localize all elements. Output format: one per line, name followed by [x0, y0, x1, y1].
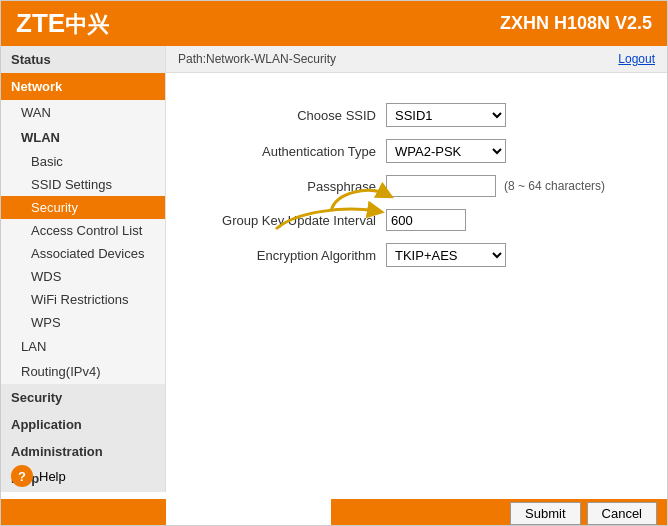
form-area: Choose SSID SSID1 SSID2 SSID3 SSID4 Auth…: [166, 73, 667, 526]
auth-type-select[interactable]: WPA2-PSK WPA-PSK WEP None: [386, 139, 506, 163]
sidebar-item-wan[interactable]: WAN: [1, 100, 165, 125]
sidebar-item-wifi-restrictions[interactable]: WiFi Restrictions: [1, 288, 165, 311]
sidebar-item-security-section[interactable]: Security: [1, 384, 165, 411]
sidebar-item-routing[interactable]: Routing(IPv4): [1, 359, 165, 384]
help-label: Help: [39, 469, 66, 484]
content: Path:Network-WLAN-Security Logout Choose…: [166, 46, 667, 526]
sidebar-item-security[interactable]: Security: [1, 196, 165, 219]
path-text: Path:Network-WLAN-Security: [178, 52, 336, 66]
sidebar-item-wlan[interactable]: WLAN: [1, 125, 165, 150]
logo: ZTE中兴: [16, 8, 109, 40]
choose-ssid-label: Choose SSID: [186, 108, 386, 123]
choose-ssid-row: Choose SSID SSID1 SSID2 SSID3 SSID4: [186, 103, 647, 127]
choose-ssid-select[interactable]: SSID1 SSID2 SSID3 SSID4: [386, 103, 506, 127]
bottom-bar: Submit Cancel: [331, 499, 667, 526]
encryption-label: Encryption Algorithm: [186, 248, 386, 263]
sidebar-item-application[interactable]: Application: [1, 411, 165, 438]
sidebar-item-ssid-settings[interactable]: SSID Settings: [1, 173, 165, 196]
sidebar-item-basic[interactable]: Basic: [1, 150, 165, 173]
group-key-input[interactable]: [386, 209, 466, 231]
group-key-row: Group Key Update Interval: [186, 209, 647, 231]
sidebar-item-status[interactable]: Status: [1, 46, 165, 73]
sidebar: Status Network WAN WLAN Basic SSID Setti…: [1, 46, 166, 492]
model-name: ZXHN H108N V2.5: [500, 13, 652, 34]
sidebar-wrapper: Status Network WAN WLAN Basic SSID Setti…: [1, 46, 166, 526]
header: ZTE中兴 ZXHN H108N V2.5: [1, 1, 667, 46]
arrow-annotation-2: [266, 191, 396, 236]
help-icon: ?: [11, 465, 33, 487]
sidebar-item-wps[interactable]: WPS: [1, 311, 165, 334]
auth-type-label: Authentication Type: [186, 144, 386, 159]
passphrase-input[interactable]: [386, 175, 496, 197]
footer-stripe-left: [1, 499, 166, 526]
sidebar-item-network[interactable]: Network: [1, 73, 165, 100]
encryption-select[interactable]: TKIP+AES TKIP AES: [386, 243, 506, 267]
sidebar-item-access-control[interactable]: Access Control List: [1, 219, 165, 242]
sidebar-item-associated-devices[interactable]: Associated Devices: [1, 242, 165, 265]
cancel-button[interactable]: Cancel: [587, 502, 657, 525]
submit-button[interactable]: Submit: [510, 502, 580, 525]
encryption-row: Encryption Algorithm TKIP+AES TKIP AES: [186, 243, 647, 267]
sidebar-item-lan[interactable]: LAN: [1, 334, 165, 359]
main-layout: Status Network WAN WLAN Basic SSID Setti…: [1, 46, 667, 526]
passphrase-hint: (8 ~ 64 characters): [504, 179, 605, 193]
sidebar-item-wds[interactable]: WDS: [1, 265, 165, 288]
logout-link[interactable]: Logout: [618, 52, 655, 66]
passphrase-row: Passphrase: [186, 175, 647, 197]
auth-type-row: Authentication Type WPA2-PSK WPA-PSK WEP…: [186, 139, 647, 163]
sidebar-help[interactable]: ? Help: [1, 455, 166, 497]
path-bar: Path:Network-WLAN-Security Logout: [166, 46, 667, 73]
